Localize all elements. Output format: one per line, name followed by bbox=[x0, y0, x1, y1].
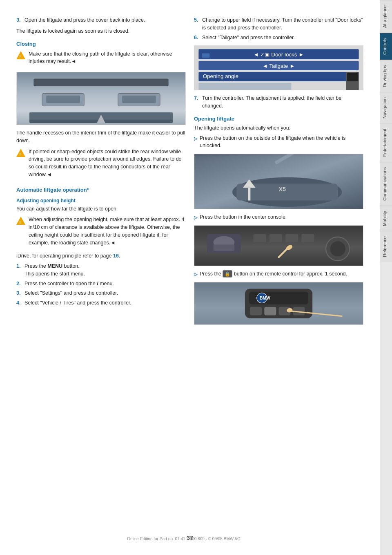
open-liftgate-image: X5 bbox=[194, 154, 363, 209]
step-6-num: 6. bbox=[194, 34, 200, 42]
sidebar-tab-navigation[interactable]: Navigation bbox=[380, 92, 392, 123]
svg-rect-30 bbox=[213, 244, 234, 251]
step-4-num: 4. bbox=[16, 299, 22, 307]
svg-text:BMW: BMW bbox=[260, 296, 270, 300]
locked-again-para: The liftgate is locked again as soon as … bbox=[16, 27, 186, 35]
step-6-text: Select "Tailgate" and press the controll… bbox=[202, 34, 295, 42]
step-5-num: 5. bbox=[194, 16, 200, 32]
sidebar-tab-communications[interactable]: Communications bbox=[380, 162, 392, 206]
adj-heading: Adjusting opening height bbox=[16, 198, 186, 204]
svg-text:X5: X5 bbox=[279, 186, 286, 192]
svg-point-36 bbox=[330, 241, 345, 256]
svg-rect-1 bbox=[33, 78, 168, 86]
svg-rect-44 bbox=[250, 307, 262, 316]
warning-box-1: Make sure that the closing path of the l… bbox=[16, 50, 186, 68]
sidebar: At a glance Controls Driving tips Naviga… bbox=[380, 0, 392, 555]
step-1-num: 1. bbox=[16, 262, 22, 278]
step-3-text: Open the liftgate and press the cover ba… bbox=[24, 16, 145, 24]
opening-liftgate-heading: Opening liftgate bbox=[194, 116, 363, 122]
step-2-text: Press the controller to open the i menu. bbox=[24, 280, 114, 288]
right-column: 5. Change to upper field if necessary. T… bbox=[194, 16, 363, 530]
remote-control-image: BMW bbox=[194, 282, 363, 325]
main-content: 3. Open the liftgate and press the cover… bbox=[0, 0, 380, 555]
bullet-1-item: ▷ Press the button on the outside of the… bbox=[194, 134, 363, 150]
open-liftgate-svg: X5 bbox=[194, 154, 363, 209]
handle-recesses-para: The handle recesses on the interior trim… bbox=[16, 129, 186, 145]
warning-3-text: When adjusting the opening height, make … bbox=[29, 216, 186, 246]
svg-text:◄ Tailgate ►: ◄ Tailgate ► bbox=[263, 63, 295, 69]
sidebar-tab-at-a-glance[interactable]: At a glance bbox=[380, 0, 392, 33]
step-7-item: 7. Turn the controller. The adjustment i… bbox=[194, 94, 363, 110]
svg-rect-5 bbox=[122, 96, 156, 103]
step-7-num: 7. bbox=[194, 94, 200, 110]
door-locks-ui-image: ◄ ✓▣ Door locks ► ◄ Tailgate ► Opening a… bbox=[194, 45, 363, 90]
warning-icon-3 bbox=[16, 217, 25, 225]
svg-rect-31 bbox=[254, 234, 266, 243]
step-5-item: 5. Change to upper field if necessary. T… bbox=[194, 16, 363, 32]
step-3-list: 3. Open the liftgate and press the cover… bbox=[16, 16, 186, 24]
warning-box-3: When adjusting the opening height, make … bbox=[16, 216, 186, 249]
svg-text:◄ ✓▣  Door locks ►: ◄ ✓▣ Door locks ► bbox=[253, 51, 304, 58]
door-locks-svg: ◄ ✓▣ Door locks ► ◄ Tailgate ► Opening a… bbox=[194, 46, 363, 90]
svg-text:Opening angle: Opening angle bbox=[203, 74, 238, 80]
svg-rect-32 bbox=[270, 234, 282, 243]
svg-rect-48 bbox=[264, 307, 276, 316]
step-3-item: 3. Open the liftgate and press the cover… bbox=[16, 16, 186, 24]
svg-rect-12 bbox=[202, 54, 210, 58]
step-3b-text: Select "Settings" and press the controll… bbox=[24, 289, 118, 297]
svg-rect-34 bbox=[301, 234, 314, 243]
center-console-image bbox=[194, 225, 363, 266]
step-3-num: 3. bbox=[16, 16, 22, 24]
sidebar-tab-reference[interactable]: Reference bbox=[380, 231, 392, 262]
auto-heading: Automatic liftgate operation* bbox=[16, 187, 186, 193]
liftgate-interior-svg bbox=[17, 72, 185, 125]
left-column: 3. Open the liftgate and press the cover… bbox=[16, 16, 186, 530]
svg-rect-33 bbox=[285, 234, 298, 243]
center-console-svg bbox=[194, 226, 363, 266]
svg-rect-19 bbox=[347, 73, 358, 81]
opening-para: The liftgate opens automatically when yo… bbox=[194, 124, 363, 132]
closing-heading: Closing bbox=[16, 41, 186, 47]
bullet-arrow-2: ▷ bbox=[194, 214, 197, 221]
step-2-num: 2. bbox=[16, 280, 22, 288]
bullet-list-3: ▷ Press the 🔒 button on the remote contr… bbox=[194, 270, 363, 278]
footer-text: Online Edition for Part no. 01 41 2 600 … bbox=[0, 535, 368, 543]
step-2-item: 2. Press the controller to open the i me… bbox=[16, 280, 186, 288]
adjust-para: You can adjust how far the liftgate is t… bbox=[16, 205, 186, 213]
warning-2-text: If pointed or sharp-edged objects could … bbox=[29, 148, 186, 179]
bullet-arrow-1: ▷ bbox=[194, 135, 197, 150]
bullet-1-text: Press the button on the outside of the l… bbox=[200, 134, 363, 150]
svg-rect-3 bbox=[46, 96, 80, 103]
idrive-page-num: 16 bbox=[113, 253, 119, 259]
sidebar-tab-controls[interactable]: Controls bbox=[380, 33, 392, 60]
steps-1-4-list: 1. Press the MENU button.This opens the … bbox=[16, 262, 186, 307]
step-3b-item: 3. Select "Settings" and press the contr… bbox=[16, 289, 186, 297]
page-footer: 37 Online Edition for Part no. 01 41 2 6… bbox=[0, 535, 380, 543]
warning-icon-2 bbox=[16, 149, 25, 157]
svg-rect-17 bbox=[198, 83, 291, 90]
bullet-list-1: ▷ Press the button on the outside of the… bbox=[194, 134, 363, 150]
bullet-arrow-3: ▷ bbox=[194, 271, 197, 278]
step-7-list: 7. Turn the controller. The adjustment i… bbox=[194, 94, 363, 110]
bullet-list-2: ▷ Press the button in the center console… bbox=[194, 213, 363, 221]
bullet-2-text: Press the button in the center console. bbox=[200, 213, 287, 221]
step-1-text: Press the MENU button.This opens the sta… bbox=[24, 262, 85, 278]
step-1-item: 1. Press the MENU button.This opens the … bbox=[16, 262, 186, 278]
step-4-item: 4. Select "Vehicle / Tires" and press th… bbox=[16, 299, 186, 307]
bullet-2-item: ▷ Press the button in the center console… bbox=[194, 213, 363, 221]
step-3b-num: 3. bbox=[16, 289, 22, 297]
steps-5-6-list: 5. Change to upper field if necessary. T… bbox=[194, 16, 363, 41]
idrive-ref: iDrive, for operating principle refer to… bbox=[16, 252, 186, 260]
remote-control-svg: BMW bbox=[194, 282, 363, 324]
sidebar-tab-entertainment[interactable]: Entertainment bbox=[380, 123, 392, 161]
warning-box-2: If pointed or sharp-edged objects could … bbox=[16, 148, 186, 181]
bullet-3-item: ▷ Press the 🔒 button on the remote contr… bbox=[194, 270, 363, 278]
step-7-text: Turn the controller. The adjustment is a… bbox=[202, 94, 363, 110]
sidebar-tab-mobility[interactable]: Mobility bbox=[380, 206, 392, 231]
step-6-item: 6. Select "Tailgate" and press the contr… bbox=[194, 34, 363, 42]
warning-1-text: Make sure that the closing path of the l… bbox=[29, 50, 186, 66]
sidebar-tab-driving-tips[interactable]: Driving tips bbox=[380, 60, 392, 92]
liftgate-interior-image bbox=[16, 72, 186, 125]
bullet-3-text: Press the 🔒 button on the remote control… bbox=[200, 270, 347, 278]
warning-icon-1 bbox=[16, 51, 25, 59]
